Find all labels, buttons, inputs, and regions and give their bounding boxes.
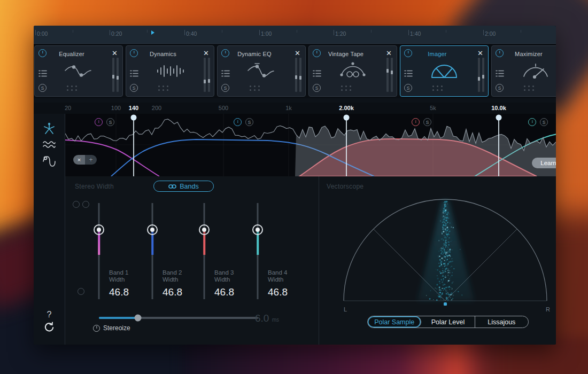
band2-width-slider[interactable] bbox=[142, 203, 163, 299]
band1-controls: S bbox=[95, 118, 114, 126]
module-card-dynamics[interactable]: Dynamics✕S bbox=[126, 45, 214, 97]
band3-solo-button[interactable]: S bbox=[423, 118, 431, 126]
reset-icon[interactable] bbox=[43, 322, 55, 336]
ruler-minor-tick bbox=[521, 30, 521, 33]
module-card-equalizer[interactable]: Equalizer✕S bbox=[34, 45, 123, 97]
tab-lissajous[interactable]: Lissajous bbox=[475, 316, 528, 328]
ruler-time-label: 2:00 bbox=[485, 30, 496, 37]
band2-power-button[interactable] bbox=[234, 118, 242, 126]
freq-label-1k: 1k bbox=[285, 105, 292, 111]
timeline-ruler[interactable]: 0:000:200:401:001:201:402:002:20 bbox=[34, 26, 556, 44]
module-preset-list-icon[interactable] bbox=[221, 69, 230, 80]
help-icon[interactable]: ? bbox=[47, 310, 52, 320]
module-title: Equalizer bbox=[35, 51, 109, 57]
tab-polar-sample[interactable]: Polar Sample bbox=[368, 316, 421, 328]
ruler-time-label: 0:20 bbox=[111, 30, 122, 37]
module-card-maximizer[interactable]: Maximizer✕S bbox=[491, 45, 556, 97]
stereoize-value[interactable]: 6.0 ms bbox=[255, 313, 279, 324]
band1-solo-button[interactable]: S bbox=[106, 118, 114, 126]
module-drag-handle[interactable] bbox=[492, 85, 556, 91]
vectorscope-mode-tabs: Polar Sample Polar Level Lissajous bbox=[367, 316, 529, 328]
band1-width-value[interactable]: 46.8 bbox=[109, 286, 129, 298]
module-close-icon[interactable]: ✕ bbox=[295, 49, 300, 57]
band3-width-handle[interactable] bbox=[199, 224, 210, 235]
band4-power-button[interactable] bbox=[528, 118, 536, 126]
band4-label: Band 4Width bbox=[268, 269, 287, 283]
module-preset-list-icon[interactable] bbox=[130, 69, 138, 80]
module-card-dynamic-eq[interactable]: Dynamic EQ✕S bbox=[217, 45, 306, 97]
playhead-marker[interactable] bbox=[151, 30, 154, 35]
module-drag-handle[interactable] bbox=[35, 85, 109, 91]
band3-width-slider[interactable] bbox=[194, 203, 215, 299]
band4-width-handle[interactable] bbox=[252, 224, 263, 235]
band2-label: Band 2Width bbox=[163, 269, 182, 283]
module-title: Imager bbox=[400, 51, 474, 57]
stereoize-slider[interactable] bbox=[99, 317, 258, 319]
band3-power-button[interactable] bbox=[412, 118, 420, 126]
stereo-placement-view-icon[interactable] bbox=[42, 121, 56, 137]
sine-view-icon[interactable] bbox=[42, 154, 57, 170]
tab-polar-level[interactable]: Polar Level bbox=[421, 316, 475, 328]
equalizer-icon bbox=[62, 62, 95, 80]
remove-band-button[interactable]: × bbox=[73, 155, 85, 165]
stereo-link-toggle-icon[interactable] bbox=[73, 201, 89, 208]
band2-width-value[interactable]: 46.8 bbox=[163, 286, 182, 298]
waves-view-icon[interactable] bbox=[42, 139, 56, 152]
frequency-scale: 201001402005001k2.00k5k10.0k bbox=[34, 103, 556, 114]
add-band-button[interactable]: + bbox=[85, 155, 97, 165]
band2-solo-button[interactable]: S bbox=[245, 118, 253, 126]
freq-label-10.0k[interactable]: 10.0k bbox=[491, 105, 506, 111]
module-card-vintage-tape[interactable]: Vintage Tape✕S bbox=[308, 45, 397, 97]
band2-width-handle[interactable] bbox=[147, 224, 158, 235]
module-preset-list-icon[interactable] bbox=[404, 69, 413, 80]
ozone-plugin-window: 0:000:200:401:001:201:402:002:20 Equaliz… bbox=[34, 26, 556, 345]
module-drag-handle[interactable] bbox=[400, 85, 474, 91]
vectorscope-panel: Vectorscope L R Polar Sample Polar Level… bbox=[319, 176, 556, 345]
module-meters bbox=[386, 58, 393, 92]
band4-width-slider[interactable] bbox=[247, 203, 268, 299]
module-drag-handle[interactable] bbox=[126, 85, 200, 91]
band1-label: Band 1Width bbox=[109, 269, 128, 283]
module-preset-list-icon[interactable] bbox=[313, 69, 321, 80]
module-close-icon[interactable]: ✕ bbox=[477, 49, 483, 57]
module-meters bbox=[478, 58, 484, 92]
dynamic-eq-icon bbox=[245, 62, 278, 80]
ruler-minor-tick bbox=[222, 30, 222, 33]
stereo-width-panel: Stereo Width Bands bbox=[65, 176, 319, 345]
ruler-tick bbox=[334, 30, 334, 35]
freq-label-140[interactable]: 140 bbox=[129, 105, 138, 111]
module-close-icon[interactable]: ✕ bbox=[112, 49, 118, 57]
module-drag-handle[interactable] bbox=[218, 85, 291, 91]
band4-width-value[interactable]: 46.8 bbox=[268, 286, 288, 298]
module-preset-list-icon[interactable] bbox=[38, 69, 47, 80]
ruler-time-label: 1:40 bbox=[410, 30, 421, 37]
band1-width-slider[interactable] bbox=[88, 203, 110, 299]
right-channel-label: R bbox=[546, 306, 550, 313]
band1-width-handle[interactable] bbox=[94, 224, 104, 235]
ruler-time-label: 1:00 bbox=[261, 30, 272, 37]
module-card-imager[interactable]: Imager✕S bbox=[400, 45, 489, 97]
left-channel-label: L bbox=[344, 306, 347, 313]
dynamics-icon bbox=[153, 62, 187, 80]
learn-button[interactable]: Learn bbox=[532, 158, 556, 168]
spectrum-section: S S S S × + Learn bbox=[34, 114, 556, 176]
mono-toggle-icon[interactable] bbox=[78, 288, 84, 295]
module-meters bbox=[295, 58, 301, 92]
freq-label-2.00k[interactable]: 2.00k bbox=[339, 105, 354, 111]
band1-power-button[interactable] bbox=[95, 118, 103, 126]
module-title: Dynamics bbox=[126, 51, 200, 57]
stereoize-handle[interactable] bbox=[135, 315, 142, 322]
spectrum-analyzer[interactable]: S S S S × + Learn bbox=[65, 114, 556, 176]
bands-link-button[interactable]: Bands bbox=[153, 181, 214, 192]
module-preset-list-icon[interactable] bbox=[496, 69, 504, 80]
ruler-tick bbox=[408, 30, 409, 35]
stereoize-toggle[interactable]: Stereoize bbox=[93, 324, 130, 332]
freq-label-200: 200 bbox=[152, 105, 161, 111]
band3-width-value[interactable]: 46.8 bbox=[214, 286, 234, 298]
ruler-tick bbox=[259, 30, 260, 35]
module-close-icon[interactable]: ✕ bbox=[386, 49, 392, 57]
module-close-icon[interactable]: ✕ bbox=[203, 49, 209, 57]
band4-solo-button[interactable]: S bbox=[540, 118, 548, 126]
stereo-width-title: Stereo Width bbox=[75, 183, 114, 190]
module-drag-handle[interactable] bbox=[309, 85, 383, 91]
